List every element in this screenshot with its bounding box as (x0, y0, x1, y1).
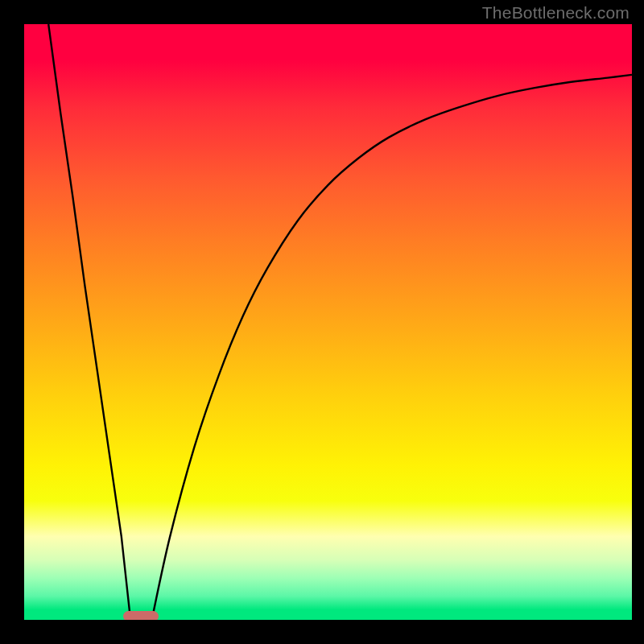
optimum-marker (123, 611, 159, 620)
bottleneck-curve (24, 24, 632, 620)
chart-frame: TheBottleneck.com (0, 0, 644, 644)
curve-right-branch (152, 75, 632, 620)
plot-area (24, 24, 632, 620)
curve-left-branch (48, 24, 130, 620)
watermark-text: TheBottleneck.com (482, 3, 630, 23)
